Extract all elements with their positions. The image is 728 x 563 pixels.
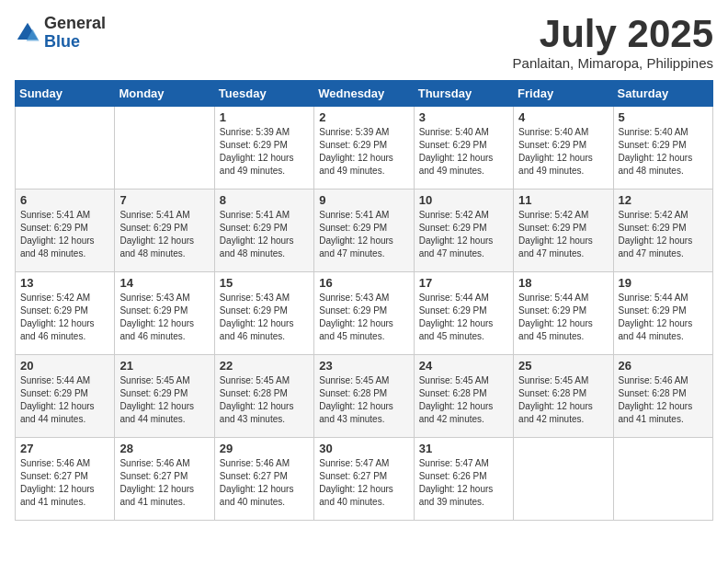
day-info: Sunrise: 5:43 AM Sunset: 6:29 PM Dayligh…: [119, 292, 209, 343]
calendar-cell: 10Sunrise: 5:42 AM Sunset: 6:29 PM Dayli…: [414, 190, 513, 272]
day-number: 6: [20, 193, 109, 207]
logo-icon: [15, 20, 40, 46]
day-info: Sunrise: 5:44 AM Sunset: 6:29 PM Dayligh…: [619, 292, 708, 343]
calendar-cell: 28Sunrise: 5:46 AM Sunset: 6:27 PM Dayli…: [115, 438, 214, 521]
day-number: 28: [119, 442, 209, 455]
location-subtitle: Panlaitan, Mimaropa, Philippines: [513, 55, 713, 71]
day-number: 10: [419, 193, 508, 207]
calendar-week-row: 1Sunrise: 5:39 AM Sunset: 6:29 PM Daylig…: [16, 107, 713, 190]
calendar-cell: 15Sunrise: 5:43 AM Sunset: 6:29 PM Dayli…: [214, 272, 313, 355]
page-header: General Blue July 2025 Panlaitan, Mimaro…: [15, 15, 713, 71]
day-info: Sunrise: 5:45 AM Sunset: 6:28 PM Dayligh…: [419, 374, 508, 426]
calendar-cell: 30Sunrise: 5:47 AM Sunset: 6:27 PM Dayli…: [314, 438, 414, 521]
day-info: Sunrise: 5:45 AM Sunset: 6:28 PM Dayligh…: [518, 374, 608, 426]
day-info: Sunrise: 5:42 AM Sunset: 6:29 PM Dayligh…: [419, 209, 508, 260]
day-number: 23: [319, 359, 408, 373]
day-of-week-header: Tuesday: [214, 81, 313, 107]
title-block: July 2025 Panlaitan, Mimaropa, Philippin…: [513, 15, 713, 71]
calendar-cell: 20Sunrise: 5:44 AM Sunset: 6:29 PM Dayli…: [16, 355, 115, 438]
month-title: July 2025: [513, 15, 713, 53]
day-info: Sunrise: 5:46 AM Sunset: 6:27 PM Dayligh…: [119, 457, 209, 509]
calendar-cell: [613, 438, 712, 521]
day-number: 12: [619, 193, 708, 207]
calendar-cell: 25Sunrise: 5:45 AM Sunset: 6:28 PM Dayli…: [514, 355, 613, 438]
calendar-cell: 29Sunrise: 5:46 AM Sunset: 6:27 PM Dayli…: [214, 438, 313, 521]
calendar-table: SundayMondayTuesdayWednesdayThursdayFrid…: [15, 80, 713, 521]
calendar-cell: 4Sunrise: 5:40 AM Sunset: 6:29 PM Daylig…: [514, 107, 613, 190]
calendar-cell: 9Sunrise: 5:41 AM Sunset: 6:29 PM Daylig…: [314, 190, 414, 272]
day-number: 29: [220, 442, 309, 455]
calendar-cell: 26Sunrise: 5:46 AM Sunset: 6:28 PM Dayli…: [613, 355, 712, 438]
calendar-cell: 16Sunrise: 5:43 AM Sunset: 6:29 PM Dayli…: [314, 272, 414, 355]
day-info: Sunrise: 5:41 AM Sunset: 6:29 PM Dayligh…: [119, 209, 209, 260]
day-number: 9: [319, 193, 408, 207]
calendar-cell: 23Sunrise: 5:45 AM Sunset: 6:28 PM Dayli…: [314, 355, 414, 438]
day-info: Sunrise: 5:40 AM Sunset: 6:29 PM Dayligh…: [518, 126, 608, 178]
day-number: 26: [619, 359, 708, 373]
day-info: Sunrise: 5:43 AM Sunset: 6:29 PM Dayligh…: [319, 292, 408, 343]
calendar-cell: 31Sunrise: 5:47 AM Sunset: 6:26 PM Dayli…: [414, 438, 513, 521]
day-info: Sunrise: 5:45 AM Sunset: 6:29 PM Dayligh…: [119, 374, 209, 426]
day-number: 5: [619, 110, 708, 124]
day-info: Sunrise: 5:44 AM Sunset: 6:29 PM Dayligh…: [518, 292, 608, 343]
day-info: Sunrise: 5:42 AM Sunset: 6:29 PM Dayligh…: [518, 209, 608, 260]
day-number: 17: [419, 276, 508, 290]
day-info: Sunrise: 5:43 AM Sunset: 6:29 PM Dayligh…: [220, 292, 309, 343]
logo-blue: Blue: [44, 33, 106, 52]
day-info: Sunrise: 5:42 AM Sunset: 6:29 PM Dayligh…: [619, 209, 708, 260]
calendar-cell: 11Sunrise: 5:42 AM Sunset: 6:29 PM Dayli…: [514, 190, 613, 272]
day-info: Sunrise: 5:46 AM Sunset: 6:27 PM Dayligh…: [220, 457, 309, 509]
day-info: Sunrise: 5:40 AM Sunset: 6:29 PM Dayligh…: [419, 126, 508, 178]
calendar-cell: 18Sunrise: 5:44 AM Sunset: 6:29 PM Dayli…: [514, 272, 613, 355]
day-number: 1: [220, 110, 309, 124]
day-of-week-header: Wednesday: [314, 81, 414, 107]
calendar-week-row: 6Sunrise: 5:41 AM Sunset: 6:29 PM Daylig…: [16, 190, 713, 272]
calendar-week-row: 20Sunrise: 5:44 AM Sunset: 6:29 PM Dayli…: [16, 355, 713, 438]
day-info: Sunrise: 5:41 AM Sunset: 6:29 PM Dayligh…: [20, 209, 109, 260]
day-info: Sunrise: 5:39 AM Sunset: 6:29 PM Dayligh…: [220, 126, 309, 178]
day-info: Sunrise: 5:39 AM Sunset: 6:29 PM Dayligh…: [319, 126, 408, 178]
day-info: Sunrise: 5:41 AM Sunset: 6:29 PM Dayligh…: [220, 209, 309, 260]
day-number: 25: [518, 359, 608, 373]
calendar-cell: 21Sunrise: 5:45 AM Sunset: 6:29 PM Dayli…: [115, 355, 214, 438]
calendar-cell: 22Sunrise: 5:45 AM Sunset: 6:28 PM Dayli…: [214, 355, 313, 438]
day-number: 13: [20, 276, 109, 290]
day-number: 11: [518, 193, 608, 207]
day-info: Sunrise: 5:44 AM Sunset: 6:29 PM Dayligh…: [20, 374, 109, 426]
calendar-cell: 8Sunrise: 5:41 AM Sunset: 6:29 PM Daylig…: [214, 190, 313, 272]
day-number: 30: [319, 442, 408, 455]
day-number: 24: [419, 359, 508, 373]
calendar-cell: 27Sunrise: 5:46 AM Sunset: 6:27 PM Dayli…: [16, 438, 115, 521]
day-of-week-header: Sunday: [16, 81, 115, 107]
day-info: Sunrise: 5:47 AM Sunset: 6:26 PM Dayligh…: [419, 457, 508, 509]
day-info: Sunrise: 5:46 AM Sunset: 6:27 PM Dayligh…: [20, 457, 109, 509]
calendar-cell: 5Sunrise: 5:40 AM Sunset: 6:29 PM Daylig…: [613, 107, 712, 190]
day-number: 2: [319, 110, 408, 124]
calendar-cell: 17Sunrise: 5:44 AM Sunset: 6:29 PM Dayli…: [414, 272, 513, 355]
day-number: 3: [419, 110, 508, 124]
calendar-week-row: 13Sunrise: 5:42 AM Sunset: 6:29 PM Dayli…: [16, 272, 713, 355]
calendar-cell: [514, 438, 613, 521]
day-info: Sunrise: 5:42 AM Sunset: 6:29 PM Dayligh…: [20, 292, 109, 343]
calendar-cell: 19Sunrise: 5:44 AM Sunset: 6:29 PM Dayli…: [613, 272, 712, 355]
day-of-week-header: Thursday: [414, 81, 513, 107]
day-number: 8: [220, 193, 309, 207]
calendar-cell: [115, 107, 214, 190]
day-number: 20: [20, 359, 109, 373]
day-of-week-header: Saturday: [613, 81, 712, 107]
day-number: 18: [518, 276, 608, 290]
calendar-cell: [16, 107, 115, 190]
calendar-cell: 14Sunrise: 5:43 AM Sunset: 6:29 PM Dayli…: [115, 272, 214, 355]
calendar-cell: 7Sunrise: 5:41 AM Sunset: 6:29 PM Daylig…: [115, 190, 214, 272]
day-info: Sunrise: 5:45 AM Sunset: 6:28 PM Dayligh…: [220, 374, 309, 426]
day-info: Sunrise: 5:41 AM Sunset: 6:29 PM Dayligh…: [319, 209, 408, 260]
logo-text: General Blue: [44, 15, 106, 52]
day-number: 27: [20, 442, 109, 455]
day-number: 21: [119, 359, 209, 373]
day-number: 14: [119, 276, 209, 290]
day-number: 31: [419, 442, 508, 455]
calendar-cell: 6Sunrise: 5:41 AM Sunset: 6:29 PM Daylig…: [16, 190, 115, 272]
logo-general: General: [44, 15, 106, 33]
day-number: 7: [119, 193, 209, 207]
day-of-week-header: Friday: [514, 81, 613, 107]
